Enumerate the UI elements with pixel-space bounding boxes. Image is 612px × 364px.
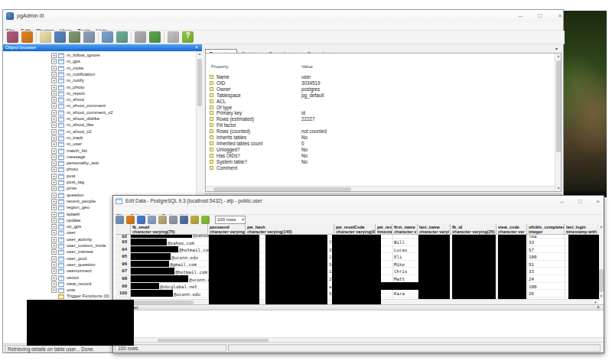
copy-icon[interactable] xyxy=(148,216,156,224)
expander-icon[interactable]: + xyxy=(51,275,57,281)
sidebar-item-m-shout-v2[interactable]: +m_shout_v2 xyxy=(3,129,196,135)
column-header-fb-email[interactable]: fb_emailcharacter varying(75) xyxy=(131,224,208,235)
help-icon[interactable]: ? xyxy=(182,31,194,43)
expander-icon[interactable]: + xyxy=(51,122,57,128)
column-header-view-code[interactable]: view_codecharacter var xyxy=(496,224,527,235)
grid-scroll-up-icon[interactable]: ▴ xyxy=(598,224,604,229)
expander-icon[interactable]: + xyxy=(51,72,57,77)
expander-icon[interactable]: + xyxy=(51,110,57,115)
sidebar-item-m-track[interactable]: +m_track xyxy=(3,135,196,141)
expander-icon[interactable]: + xyxy=(51,288,57,293)
row-limit-combo[interactable]: 100 rows ▾ xyxy=(215,216,246,224)
edit-minimize-button[interactable]: – xyxy=(557,197,567,206)
close-button[interactable]: × xyxy=(554,11,566,20)
expander-icon[interactable]: + xyxy=(51,97,57,102)
scratch-pad-bar[interactable]: Scratch pad × xyxy=(113,304,604,310)
expander-icon[interactable]: + xyxy=(51,218,57,223)
expander-icon[interactable]: + xyxy=(51,135,57,141)
expander-icon[interactable]: + xyxy=(51,230,57,236)
sidebar-item-post[interactable]: +post xyxy=(3,174,196,180)
expander-icon[interactable]: + xyxy=(51,78,57,83)
expander-icon[interactable]: + xyxy=(51,256,57,262)
expander-icon[interactable]: + xyxy=(51,268,57,274)
column-header-pw-rese[interactable]: pw_resetimesta xyxy=(376,224,392,235)
sidebar-item-personality-test[interactable]: +personality_test xyxy=(3,161,196,167)
expander-icon[interactable]: + xyxy=(51,243,57,249)
expander-icon[interactable]: + xyxy=(51,281,57,287)
create-object-icon[interactable] xyxy=(54,31,66,43)
expander-icon[interactable]: + xyxy=(51,167,57,172)
minimize-button[interactable]: – xyxy=(514,11,526,20)
sidebar-item-m-shout-like[interactable]: +m_shout_like xyxy=(3,122,196,128)
paste-icon[interactable] xyxy=(158,216,167,224)
filter-icon[interactable] xyxy=(180,216,188,224)
scratch-pad-area[interactable] xyxy=(113,310,604,337)
add-connection-icon[interactable] xyxy=(7,31,18,43)
grid-scroll-down-icon[interactable]: ▾ xyxy=(598,294,604,299)
expander-icon[interactable]: + xyxy=(51,129,57,135)
expander-icon[interactable]: + xyxy=(51,205,57,210)
save-icon[interactable] xyxy=(116,216,124,224)
tab-list-icon[interactable]: ▾ xyxy=(555,46,558,51)
column-header-last-login[interactable]: last_logintimestamp with xyxy=(565,224,599,235)
expander-icon[interactable]: + xyxy=(51,224,57,229)
object-browser-caption[interactable]: Object browser × xyxy=(3,44,202,51)
sidebar-item-m-notify[interactable]: +m_notify xyxy=(3,78,196,84)
object-browser-close-icon[interactable]: × xyxy=(195,44,198,50)
expander-icon[interactable]: + xyxy=(51,154,57,160)
expander-icon[interactable]: + xyxy=(51,180,57,185)
column-header-last-name[interactable]: last_namecharacter varyi xyxy=(418,224,451,235)
edit-data-titlebar[interactable]: Edit Data - PostgreSQL 9.3 (localhost:54… xyxy=(113,196,604,207)
sidebar-item-message[interactable]: +message xyxy=(3,154,196,161)
sidebar-item-m-follow-ignore[interactable]: +m_follow_ignore xyxy=(3,53,196,59)
expander-icon[interactable]: + xyxy=(51,262,57,268)
expander-icon[interactable]: + xyxy=(51,212,57,217)
properties-scroll-up-icon[interactable]: ▴ xyxy=(555,54,562,59)
sidebar-item-photo[interactable]: +photo xyxy=(3,167,196,173)
column-header-first-name[interactable]: first_namecharacter v xyxy=(392,224,418,235)
sidebar-item-m-user[interactable]: +m_user xyxy=(3,141,196,148)
filtered-view-icon[interactable] xyxy=(116,31,128,43)
column-header-pw-resetcode[interactable]: pw_resetCodecharacter varying(90) xyxy=(334,224,376,235)
column-header-pw-hash[interactable]: pw_hashcharacter varying(140) xyxy=(246,224,334,235)
column-header-ofickls-completed[interactable]: ofickls_completedinteger xyxy=(527,224,565,235)
vacuum-icon[interactable] xyxy=(168,31,179,43)
tree-scroll-up-icon[interactable]: ▴ xyxy=(197,51,203,57)
maximize-button[interactable]: □ xyxy=(534,11,546,20)
column-header-password[interactable]: passwordcharacter varying(25) xyxy=(208,224,246,235)
sidebar-item-m-invite[interactable]: +m_invite xyxy=(3,66,196,72)
sidebar-item-m-shout-comment-v2[interactable]: +m_shout_comment_v2 xyxy=(3,110,196,116)
expander-icon[interactable]: + xyxy=(51,66,57,71)
refresh-icon[interactable] xyxy=(126,216,135,224)
properties-hscrollbar[interactable] xyxy=(206,186,555,191)
expander-icon[interactable]: + xyxy=(51,103,57,109)
view-data-icon[interactable] xyxy=(102,31,113,43)
sidebar-item-post-tag[interactable]: +post_tag xyxy=(3,180,196,186)
expander-icon[interactable]: + xyxy=(51,199,57,204)
sidebar-item-match-list[interactable]: +match_list xyxy=(3,148,196,154)
expander-icon[interactable]: + xyxy=(51,116,57,122)
expander-icon[interactable]: + xyxy=(51,186,57,191)
sidebar-item-m-gps[interactable]: +m_gps xyxy=(3,59,196,65)
undo-icon[interactable] xyxy=(137,216,145,224)
help-icon[interactable] xyxy=(201,216,210,224)
scratch-pad-close-icon[interactable]: × xyxy=(597,304,600,310)
delete-icon[interactable] xyxy=(169,216,177,224)
expander-icon[interactable]: + xyxy=(51,161,57,166)
properties-scroll-down-icon[interactable]: ▾ xyxy=(555,186,562,191)
properties-vscrollbar[interactable]: ▴ ▾ xyxy=(555,54,561,191)
sidebar-item-m-photo[interactable]: +m_photo xyxy=(3,85,196,91)
expander-icon[interactable]: + xyxy=(51,85,57,90)
expander-icon[interactable]: + xyxy=(51,193,57,198)
query-tool-icon[interactable] xyxy=(83,31,95,43)
remove-filter-icon[interactable] xyxy=(190,216,199,224)
drop-object-icon[interactable] xyxy=(69,31,80,43)
maintenance-icon[interactable] xyxy=(135,31,146,43)
sidebar-item-m-shout[interactable]: +m_shout xyxy=(3,97,196,103)
expander-icon[interactable]: + xyxy=(51,174,57,179)
expander-icon[interactable]: + xyxy=(51,53,57,58)
expander-icon[interactable]: + xyxy=(51,249,57,255)
sidebar-item-m-shout-dislike[interactable]: +m_shout_dislike xyxy=(3,116,196,122)
expander-icon[interactable]: + xyxy=(51,141,57,147)
expander-icon[interactable]: + xyxy=(51,148,57,154)
